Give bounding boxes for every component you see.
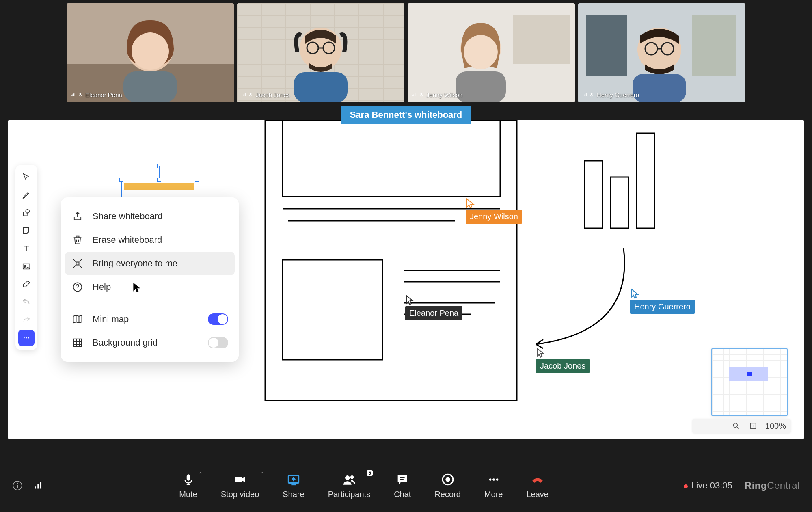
svg-point-72: [492, 478, 495, 481]
participant-label: Jacob Jones: [241, 91, 290, 98]
zoom-fit-button[interactable]: [748, 421, 758, 431]
menu-item-label: Erase whiteboard: [93, 235, 162, 245]
hangup-icon: [531, 473, 544, 486]
pen-tool[interactable]: [18, 187, 35, 203]
svg-line-55: [737, 427, 739, 429]
participant-name: Henry Guerrero: [597, 91, 639, 98]
bring-everyone-item[interactable]: Bring everyone to me: [65, 252, 235, 275]
svg-point-49: [28, 337, 29, 339]
minimap-viewport: [729, 367, 768, 381]
mic-icon: [78, 92, 83, 98]
collaborator-cursor-henry: Henry Guerrero: [630, 288, 695, 314]
eraser-tool[interactable]: [18, 276, 35, 292]
share-whiteboard-item[interactable]: Share whiteboard: [65, 205, 235, 228]
svg-point-70: [445, 477, 450, 482]
options-menu: Share whiteboard Erase whiteboard Bring …: [61, 197, 239, 362]
svg-rect-5: [80, 93, 81, 96]
image-tool[interactable]: [18, 258, 35, 274]
svg-rect-24: [692, 15, 736, 76]
participant-label: Jenny Wilson: [412, 91, 462, 98]
cursor-icon: [132, 282, 141, 293]
pointer-tool[interactable]: [18, 169, 35, 185]
help-item[interactable]: Help: [65, 275, 235, 299]
stop-video-button[interactable]: ⌃ Stop video: [221, 473, 259, 499]
control-label: Share: [283, 490, 304, 499]
svg-rect-23: [586, 15, 627, 76]
svg-point-47: [24, 337, 25, 339]
microphone-icon: [181, 473, 195, 486]
chat-button[interactable]: Chat: [394, 473, 411, 499]
svg-rect-17: [513, 15, 570, 64]
svg-point-66: [350, 475, 354, 479]
leave-button[interactable]: Leave: [526, 473, 549, 499]
svg-rect-14: [294, 72, 348, 102]
redo-button[interactable]: [18, 312, 35, 328]
participant-tile[interactable]: Jenny Wilson: [408, 3, 575, 102]
svg-rect-4: [123, 71, 177, 102]
info-icon[interactable]: [12, 480, 23, 491]
participant-label: Henry Guerrero: [582, 91, 639, 98]
chevron-up-icon[interactable]: ⌃: [260, 471, 265, 477]
participant-name: Eleanor Pena: [85, 91, 122, 98]
participant-count-badge: 5: [367, 470, 373, 476]
whiteboard-canvas[interactable]: Share whiteboard Erase whiteboard Bring …: [8, 120, 804, 439]
participant-tile[interactable]: Eleanor Pena: [67, 3, 234, 102]
collaborator-name-tag: Jacob Jones: [536, 359, 590, 373]
participant-tile[interactable]: Jacob Jones: [237, 3, 404, 102]
shapes-tool[interactable]: [18, 205, 35, 221]
more-options-button[interactable]: [18, 330, 35, 346]
collaborator-cursor-jacob: Jacob Jones: [536, 348, 590, 373]
control-label: Leave: [526, 490, 549, 499]
signal-icon[interactable]: [33, 480, 44, 491]
signal-icon: [71, 92, 76, 97]
undo-button[interactable]: [18, 294, 35, 310]
brand-logo: RingCentral: [745, 480, 800, 491]
svg-point-57: [753, 426, 754, 427]
svg-rect-21: [421, 93, 422, 96]
zoom-in-button[interactable]: [714, 421, 724, 431]
camera-icon: [233, 473, 247, 486]
control-label: Record: [434, 490, 460, 499]
participants-strip: Eleanor Pena Jacob Jones: [0, 0, 812, 102]
share-button[interactable]: Share: [283, 473, 304, 499]
minimap-toggle-row[interactable]: Mini map: [65, 307, 235, 331]
chat-icon: [395, 473, 409, 486]
zoom-search-button[interactable]: [731, 421, 741, 431]
mic-icon: [589, 92, 594, 98]
svg-rect-40: [585, 161, 603, 228]
signal-icon: [241, 92, 246, 97]
collaborator-cursor-jenny: Jenny Wilson: [466, 198, 522, 224]
collaborator-cursor-eleanor: Eleanor Pena: [405, 295, 462, 320]
participants-button[interactable]: 5 Participants: [328, 473, 371, 499]
svg-rect-15: [250, 93, 251, 96]
collaborator-name-tag: Jenny Wilson: [466, 210, 522, 224]
minimap-toggle[interactable]: [208, 313, 228, 325]
gather-icon: [71, 257, 84, 270]
record-dot-icon: [684, 484, 688, 488]
participant-name: Jenny Wilson: [426, 91, 462, 98]
more-button[interactable]: More: [484, 473, 503, 499]
text-tool[interactable]: [18, 240, 35, 257]
help-icon: [71, 281, 84, 293]
svg-point-54: [733, 423, 737, 427]
trash-icon: [71, 234, 84, 246]
sticky-note-tool[interactable]: [18, 223, 35, 239]
mute-button[interactable]: ⌃ Mute: [179, 473, 197, 499]
menu-item-label: Help: [93, 282, 111, 292]
map-icon: [71, 313, 84, 325]
control-label: Participants: [328, 490, 371, 499]
participant-tile[interactable]: Henry Guerrero: [578, 3, 745, 102]
svg-point-60: [17, 483, 18, 484]
record-button[interactable]: Record: [434, 473, 460, 499]
svg-point-44: [26, 210, 29, 213]
bg-grid-toggle-row[interactable]: Background grid: [65, 331, 235, 354]
zoom-out-button[interactable]: [697, 421, 707, 431]
svg-point-48: [26, 337, 27, 339]
participant-label: Eleanor Pena: [71, 91, 122, 98]
participant-name: Jacob Jones: [256, 91, 290, 98]
erase-whiteboard-item[interactable]: Erase whiteboard: [65, 228, 235, 252]
bg-grid-toggle[interactable]: [208, 337, 228, 348]
minimap[interactable]: [711, 348, 788, 416]
menu-item-label: Bring everyone to me: [93, 258, 177, 269]
chevron-up-icon[interactable]: ⌃: [198, 471, 203, 477]
